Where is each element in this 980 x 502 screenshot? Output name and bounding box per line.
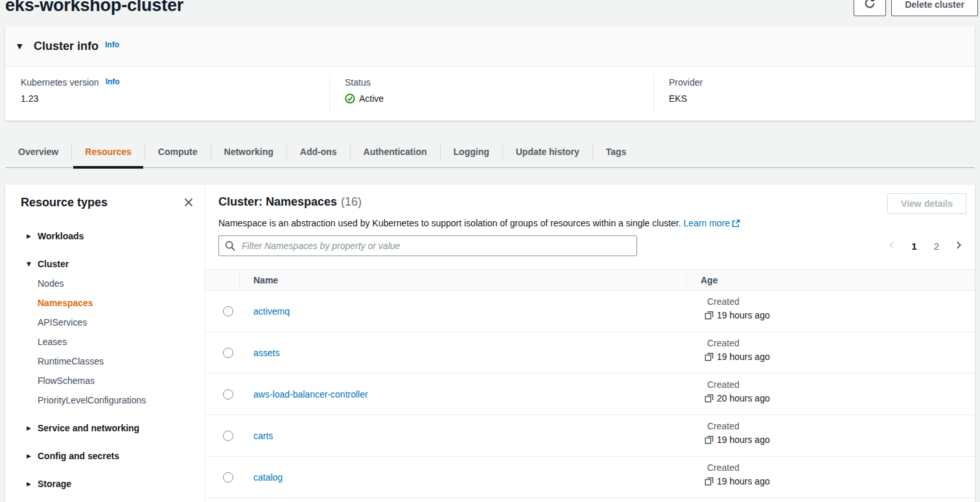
search-icon xyxy=(219,241,240,251)
copy-icon[interactable] xyxy=(705,477,714,486)
age-value: 19 hours ago xyxy=(717,310,770,320)
age-cell: Created 20 hours ago xyxy=(705,379,770,403)
refresh-icon xyxy=(864,0,876,11)
sidebar-item-prioritylevelconfigurations[interactable]: PriorityLevelConfigurations xyxy=(5,390,204,410)
filter-field[interactable] xyxy=(218,235,637,256)
field-kubernetes-version: Kubernetes versionInfo 1.23 xyxy=(21,77,120,104)
status-badge: Active xyxy=(359,93,384,104)
sidebar-group-label: Config and secrets xyxy=(38,451,119,461)
copy-icon[interactable] xyxy=(705,352,714,361)
refresh-button[interactable] xyxy=(854,0,886,16)
chevron-down-icon: ▼ xyxy=(27,261,38,267)
field-provider: Provider EKS xyxy=(669,77,703,104)
row-radio-carts[interactable] xyxy=(223,431,233,441)
created-label: Created xyxy=(705,421,770,431)
status-label: Status xyxy=(345,77,384,88)
table-title: Cluster: Namespaces(16) xyxy=(218,195,362,209)
sidebar-group-storage[interactable]: ▶ Storage xyxy=(5,474,204,494)
row-radio-activemq[interactable] xyxy=(223,306,233,317)
copy-icon[interactable] xyxy=(705,435,714,444)
chevron-right-icon xyxy=(954,241,963,252)
view-details-button[interactable]: View details xyxy=(887,193,966,214)
column-header-name[interactable]: Name xyxy=(253,270,278,290)
kubernetes-version-value: 1.23 xyxy=(21,93,120,104)
sidebar-group-config-and-secrets[interactable]: ▶ Config and secrets xyxy=(5,446,204,466)
status-active-check-icon xyxy=(345,93,355,104)
chevron-right-icon: ▶ xyxy=(27,233,38,239)
age-value: 19 hours ago xyxy=(717,435,770,445)
filter-input[interactable] xyxy=(240,236,636,256)
table-row: carts Created 19 hours ago xyxy=(205,415,975,457)
created-label: Created xyxy=(705,379,770,390)
sidebar-group-label: Service and networking xyxy=(38,423,139,433)
tab-update-history[interactable]: Update history xyxy=(503,136,592,167)
sidebar-item-apiservices[interactable]: APIServices xyxy=(5,313,204,332)
sidebar-item-namespaces[interactable]: Namespaces xyxy=(5,293,204,313)
age-cell: Created 19 hours ago xyxy=(705,421,770,445)
namespace-link-assets[interactable]: assets xyxy=(253,348,279,358)
page-number-2[interactable]: 2 xyxy=(929,241,944,252)
sidebar-group-label: Workloads xyxy=(38,231,84,241)
tab-compute[interactable]: Compute xyxy=(145,136,211,167)
tab-logging[interactable]: Logging xyxy=(441,136,502,167)
chevron-right-icon: ▶ xyxy=(27,453,38,459)
table-description: Namespace is an abstraction used by Kube… xyxy=(218,218,740,228)
table-row: catalog Created 19 hours ago xyxy=(205,457,975,498)
kubernetes-version-info-link[interactable]: Info xyxy=(106,77,120,86)
sidebar-item-nodes[interactable]: Nodes xyxy=(5,274,204,293)
pagination: 1 2 xyxy=(884,235,966,256)
sidebar-close-button[interactable] xyxy=(182,197,195,209)
resources-panel: Resource types ▶ Workloads ▼ Cluster Nod… xyxy=(5,185,975,502)
namespace-link-aws-load-balancer-controller[interactable]: aws-load-balancer-controller xyxy=(253,389,368,400)
sidebar-group-cluster[interactable]: ▼ Cluster xyxy=(5,254,204,274)
age-cell: Created 19 hours ago xyxy=(705,462,770,486)
column-header-age[interactable]: Age xyxy=(701,270,718,290)
copy-icon[interactable] xyxy=(705,311,714,320)
copy-icon[interactable] xyxy=(705,394,714,403)
divider xyxy=(653,73,654,114)
tab-authentication[interactable]: Authentication xyxy=(351,136,440,167)
resource-types-title: Resource types xyxy=(21,196,108,209)
cluster-info-body: Kubernetes versionInfo 1.23 Status Activ… xyxy=(5,67,975,120)
table-title-text: Cluster: Namespaces xyxy=(218,195,337,208)
table-body: activemq Created 19 hours ago assets Cre… xyxy=(205,291,975,498)
tab-tags[interactable]: Tags xyxy=(593,136,640,167)
table-row: activemq Created 19 hours ago xyxy=(205,291,975,332)
row-radio-catalog[interactable] xyxy=(223,472,233,483)
tab-overview[interactable]: Overview xyxy=(5,136,71,167)
field-status: Status Active xyxy=(345,77,384,104)
row-radio-aws-load-balancer-controller[interactable] xyxy=(223,389,233,400)
sidebar-item-flowschemas[interactable]: FlowSchemas xyxy=(5,371,204,390)
page-title: eks-workshop-cluster xyxy=(5,0,183,16)
tab-add-ons[interactable]: Add-ons xyxy=(287,136,350,167)
sidebar-item-runtimeclasses[interactable]: RuntimeClasses xyxy=(5,352,204,371)
previous-page-button[interactable] xyxy=(884,238,900,254)
sidebar-item-leases[interactable]: Leases xyxy=(5,332,204,352)
page-number-1[interactable]: 1 xyxy=(906,241,922,252)
learn-more-link[interactable]: Learn more xyxy=(684,218,741,228)
close-icon xyxy=(183,197,194,209)
namespace-link-carts[interactable]: carts xyxy=(253,431,273,441)
divider xyxy=(329,73,330,114)
delete-cluster-button[interactable]: Delete cluster xyxy=(891,0,978,16)
tab-resources[interactable]: Resources xyxy=(72,136,145,167)
collapse-triangle-icon: ▼ xyxy=(17,42,34,51)
namespace-link-activemq[interactable]: activemq xyxy=(253,306,290,317)
table-count: (16) xyxy=(341,195,362,208)
age-value: 19 hours ago xyxy=(717,476,770,486)
table-row: assets Created 19 hours ago xyxy=(205,332,975,374)
cluster-info-header[interactable]: ▼ Cluster info Info xyxy=(5,26,975,67)
row-radio-assets[interactable] xyxy=(223,348,233,358)
table-header: Name Age xyxy=(205,269,975,291)
sidebar-group-service-and-networking[interactable]: ▶ Service and networking xyxy=(5,418,204,438)
cluster-info-panel: ▼ Cluster info Info Kubernetes versionIn… xyxy=(5,26,975,121)
resource-types-tree: ▶ Workloads ▼ Cluster Nodes Namespaces A… xyxy=(5,226,204,494)
external-link-icon xyxy=(730,218,740,228)
tab-networking[interactable]: Networking xyxy=(211,136,286,167)
age-cell: Created 19 hours ago xyxy=(705,296,770,320)
sidebar-group-workloads[interactable]: ▶ Workloads xyxy=(5,226,204,246)
next-page-button[interactable] xyxy=(951,238,966,254)
namespace-link-catalog[interactable]: catalog xyxy=(253,472,283,483)
chevron-right-icon: ▶ xyxy=(27,425,38,431)
cluster-info-info-link[interactable]: Info xyxy=(105,40,119,49)
